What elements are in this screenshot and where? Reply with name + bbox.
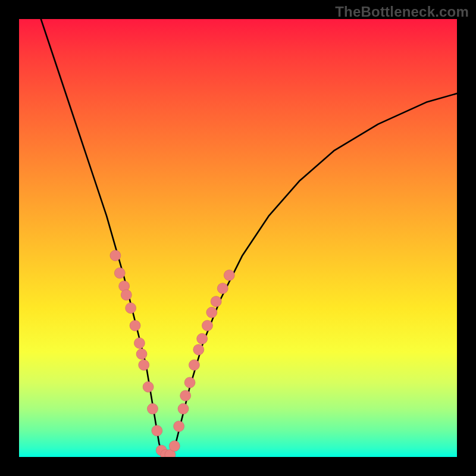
marker-right: [184, 377, 195, 388]
marker-left: [152, 425, 162, 436]
marker-right: [180, 390, 191, 401]
marker-left: [143, 381, 154, 392]
marker-left: [110, 250, 121, 261]
marker-left: [130, 320, 140, 331]
marker-right: [217, 283, 228, 294]
marker-left: [134, 338, 145, 349]
marker-left: [139, 359, 149, 370]
marker-left: [114, 268, 125, 278]
plot-area: [19, 19, 457, 457]
marker-left: [136, 349, 147, 359]
watermark-text: TheBottleneck.com: [335, 4, 469, 20]
marker-bottom: [169, 441, 180, 452]
marker-right: [211, 296, 221, 307]
marker-left: [147, 403, 158, 414]
marker-right: [193, 345, 204, 355]
chart-svg: [19, 19, 457, 457]
bottleneck-curve: [41, 19, 457, 457]
marker-right: [206, 307, 217, 318]
marker-right: [174, 421, 184, 431]
marker-left: [126, 303, 136, 314]
marker-right: [178, 403, 189, 414]
marker-right: [197, 333, 208, 344]
marker-right: [189, 359, 199, 370]
marker-right: [224, 270, 234, 281]
marker-left: [121, 290, 131, 300]
marker-right: [202, 320, 212, 331]
chart-frame: TheBottleneck.com: [0, 0, 476, 476]
data-markers: [110, 250, 234, 457]
